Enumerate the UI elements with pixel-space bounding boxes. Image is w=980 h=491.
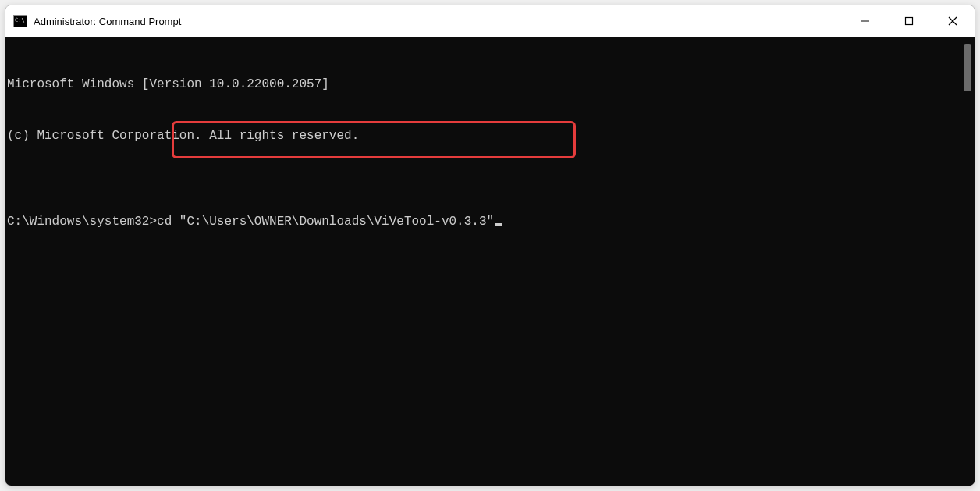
window-controls [843,5,975,37]
minimize-icon [861,16,870,26]
cmd-icon [13,15,27,27]
svg-rect-1 [906,18,913,25]
minimize-button[interactable] [843,5,887,37]
output-line-version: Microsoft Windows [Version 10.0.22000.20… [7,76,959,93]
titlebar-left: Administrator: Command Prompt [5,15,843,27]
terminal-area[interactable]: Microsoft Windows [Version 10.0.22000.20… [5,37,975,486]
prompt-text: C:\Windows\system32> [7,215,157,229]
text-cursor [495,223,502,226]
maximize-icon [904,16,914,26]
close-icon [948,16,957,26]
window-title: Administrator: Command Prompt [34,16,181,27]
command-text[interactable]: cd "C:\Users\OWNER\Downloads\ViVeTool-v0… [157,215,494,229]
command-prompt-window: Administrator: Command Prompt Microsoft … [5,5,975,486]
titlebar[interactable]: Administrator: Command Prompt [5,5,975,37]
close-button[interactable] [931,5,975,37]
prompt-line: C:\Windows\system32>cd "C:\Users\OWNER\D… [7,213,959,230]
maximize-button[interactable] [887,5,931,37]
scrollbar[interactable] [960,37,975,486]
terminal-output[interactable]: Microsoft Windows [Version 10.0.22000.20… [5,37,960,486]
scrollbar-thumb[interactable] [964,44,971,91]
output-line-copyright: (c) Microsoft Corporation. All rights re… [7,127,959,144]
